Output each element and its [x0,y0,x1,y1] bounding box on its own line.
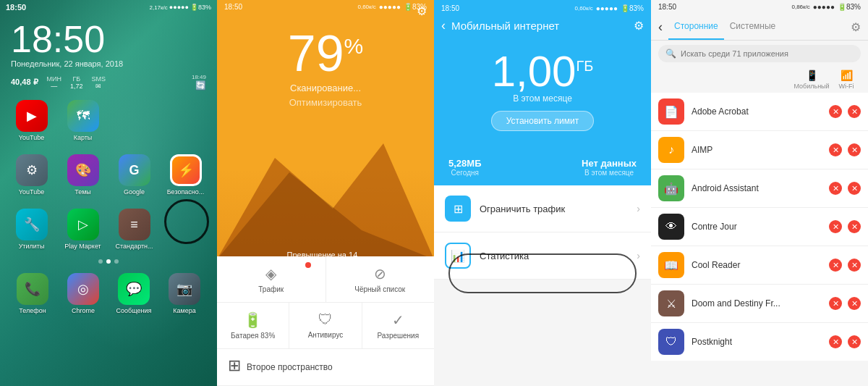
speed-indicator: 2,17к/с [150,4,168,11]
apps-search-bar[interactable]: 🔍 [658,45,861,62]
dot-3 [114,259,119,264]
set-limit-button[interactable]: Установить лимит [491,111,594,131]
stat-today-label: Сегодня [448,169,481,177]
menu-statistics[interactable]: 📊 Статистика › [434,232,651,280]
optimize-button[interactable]: Оптимизировать [217,93,434,112]
sms-item: SMS ✉ [92,75,106,90]
stat-month-value: Нет данных [582,158,637,169]
postknight-remove-wifi[interactable]: ✕ [848,335,861,348]
app-market[interactable]: ▷ Play Маркет [59,206,107,253]
app-chrome[interactable]: ◎ Chrome [58,270,109,317]
contre-jour-name: Contre Jour [692,222,829,232]
dot-1 [98,259,103,264]
permissions-label: Разрешения [378,332,420,340]
camera-icon: 📷 [169,273,200,305]
standard-icon: ≡ [119,209,150,240]
menu-antivirus[interactable]: 🛡 Антивирус [289,303,362,348]
antivirus-label: Антивирус [308,331,344,339]
acrobat-remove-mobile[interactable]: ✕ [829,105,842,118]
apps-gear-icon[interactable]: ⚙ [851,20,861,34]
antivirus-icon: 🛡 [318,311,333,328]
search-input[interactable] [681,49,854,58]
battery-label: Батарея 83% [231,332,275,340]
back-arrow-icon[interactable]: ‹ [441,18,446,33]
blacklist-icon: ⊘ [374,265,386,282]
menu-restrict-traffic[interactable]: ⊞ Ограничить трафик › [434,185,651,232]
tab-third-party[interactable]: Сторонние [668,14,724,40]
statistics-icon: 📊 [445,243,471,269]
assistant-remove-mobile[interactable]: ✕ [829,182,842,195]
app-grid-row2: ⚙ YouTube 🎨 Темы G Google ⚡ Безопасно... [0,148,217,202]
bottom-dock: 📞 Телефон ◎ Chrome 💬 Сообщения 📷 Камера [0,267,217,321]
internet-header: 18:50 0,60к/с ●●●●● 🔋83% ‹ Мобильный инт… [434,0,651,39]
signal-icon: ●●●●● [169,4,189,11]
assistant-remove-wifi[interactable]: ✕ [848,182,861,195]
menu-battery[interactable]: 🔋 Батарея 83% [217,303,289,348]
app-grid-row3: 🔧 Утилиты ▷ Play Маркет ≡ Стандартн... [0,202,217,256]
internet-title-bar: ‹ Мобильный интернет ⚙ [441,14,644,39]
menu-traffic[interactable]: ◈ Трафик [217,256,326,302]
tab-system[interactable]: Системные [724,14,782,40]
messages-icon: 💬 [118,273,150,305]
status-bar-optimizer: 18:50 0,60к/с ●●●●● 🔋83% [217,0,434,14]
cool-reader-name: Cool Reader [692,260,829,270]
mountain-svg [217,100,434,259]
page-dots [0,256,217,267]
apps-tabs: ‹ Сторонние Системные ⚙ [651,14,868,40]
cool-reader-remove-mobile[interactable]: ✕ [829,259,842,272]
app-camera[interactable]: 📷 Камера [159,270,210,317]
stat-month-label: В этом месяце [582,169,637,177]
wifi-icon: 📶 [841,70,853,81]
apps-header: 18:50 0,86к/с ●●●●● 🔋83% ‹ Сторонние Сис… [651,0,868,41]
app-utils[interactable]: 🔧 Утилиты [7,206,56,253]
internet-data-display: 1,00ГБ В этом месяце Установить лимит [434,39,651,149]
second-space-icon: ⊞ [228,356,241,375]
app-phone[interactable]: 📞 Телефон [7,270,58,317]
aimp-remove-wifi[interactable]: ✕ [848,143,861,156]
internet-settings-icon[interactable]: ⚙ [634,19,644,33]
app-settings[interactable]: ⚙ YouTube [7,151,56,198]
app-security[interactable]: ⚡ Безопасно... [161,151,210,198]
app-youtube[interactable]: ▶ YouTube [7,97,56,144]
clock-date: Понедельник, 22 января, 2018 [11,59,206,68]
contre-jour-remove-wifi[interactable]: ✕ [848,220,861,233]
menu-second-space[interactable]: ⊞ Второе пространство [217,349,434,385]
traffic-label: Трафик [258,285,284,293]
apps-status-bar: 18:50 0,86к/с ●●●●● 🔋83% [651,0,868,14]
app-standard[interactable]: ≡ Стандартн... [110,206,158,253]
app-google[interactable]: G Google [110,151,158,198]
menu-permissions[interactable]: ✓ Разрешения [362,303,434,348]
doom-destiny-remove-wifi[interactable]: ✕ [848,297,861,310]
apps-back-arrow[interactable]: ‹ [658,20,668,35]
app-messages[interactable]: 💬 Сообщения [109,270,159,317]
postknight-icon: 🛡 [658,329,684,355]
optimizer-percent-display: 79% [217,14,434,83]
postknight-remove-mobile[interactable]: ✕ [829,335,842,348]
app-maps[interactable]: 🗺 Карты [59,97,107,144]
youtube-label: YouTube [19,134,44,141]
home-screen: 18:50 2,17к/с ●●●●● 🔋83% 18:50 Понедельн… [0,0,217,386]
home-status-icons: 2,17к/с ●●●●● 🔋83% [150,4,212,11]
aimp-remove-mobile[interactable]: ✕ [829,143,842,156]
google-icon: G [119,154,150,186]
menu-row-1: ◈ Трафик ⊘ Чёрный список [217,256,434,303]
acrobat-remove-wifi[interactable]: ✕ [848,105,861,118]
cool-reader-remove-wifi[interactable]: ✕ [848,259,861,272]
traffic-icon: ◈ [265,265,276,282]
stat-today: 5,28МБ Сегодня [448,158,481,177]
chrome-icon: ◎ [67,273,99,305]
doom-destiny-remove-mobile[interactable]: ✕ [829,297,842,310]
youtube-icon: ▶ [16,100,48,132]
list-item: 🤖 Android Assistant ✕ ✕ [651,169,868,208]
data-amount: 1,00ГБ [448,50,637,93]
app-themes[interactable]: 🎨 Темы [59,151,107,198]
contre-jour-remove-mobile[interactable]: ✕ [829,220,842,233]
menu-blacklist[interactable]: ⊘ Чёрный список [326,256,435,302]
google-label: Google [124,188,145,196]
scan-text: Сканирование... [217,83,434,93]
menu-row-2: 🔋 Батарея 83% 🛡 Антивирус ✓ Разрешения [217,303,434,349]
col-mobile: 📱 Мобильный [797,70,826,90]
mobile-icon: 📱 [806,70,818,81]
acrobat-icon: 📄 [658,98,684,125]
internet-time: 18:50 [441,4,459,12]
